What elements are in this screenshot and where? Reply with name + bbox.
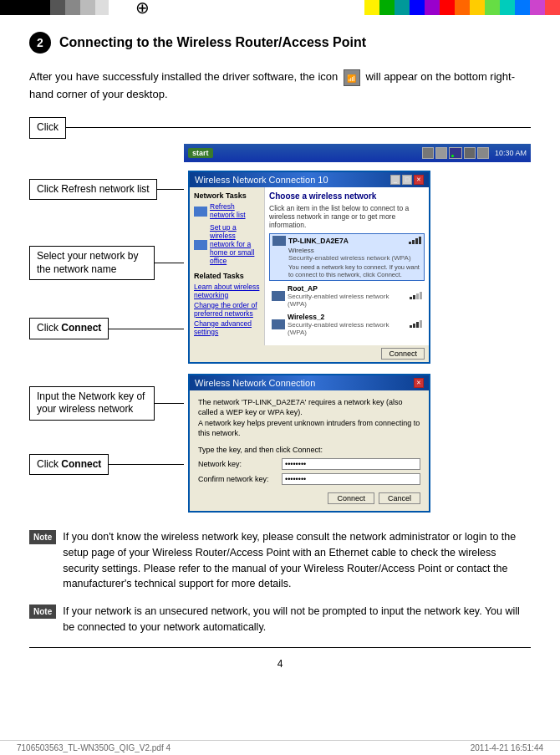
labels-column: Click Refresh network list Select your n… xyxy=(29,171,184,346)
page-content: 2 Connecting to the Wireless Router/Acce… xyxy=(0,15,560,686)
taskbar-network-icon[interactable] xyxy=(449,147,462,159)
network-security-2: Security-enabled wireless network (WPA) xyxy=(288,293,410,308)
note-text-1: If you don't know the wireless network k… xyxy=(63,529,531,592)
network-item-rootap-info: Root_AP Security-enabled wireless networ… xyxy=(288,284,410,308)
step-number: 2 xyxy=(29,32,51,54)
note-badge-2: Note xyxy=(29,605,56,619)
taskbar-time: 10:30 AM xyxy=(495,149,527,157)
taskbar-strip: start 10:30 AM xyxy=(184,144,531,162)
click-instruction-row: Click xyxy=(29,117,531,139)
setup-icon xyxy=(194,240,207,250)
network-name-rootap: Root_AP xyxy=(288,284,410,293)
setup-link[interactable]: Set up a wireless network for a home or … xyxy=(210,223,260,265)
intro-paragraph: After you have successfuly installed the… xyxy=(29,69,531,102)
taskbar-icon-1 xyxy=(422,147,434,159)
window-gap xyxy=(29,364,531,374)
key-section-layout: Input the Network key of your wireless n… xyxy=(29,374,531,513)
network-signal-icon-3 xyxy=(272,319,285,329)
refresh-label-box: Click Refresh network list xyxy=(29,179,157,201)
page-number: 4 xyxy=(29,658,531,670)
footer-left: 7106503563_TL-WN350G_QIG_V2.pdf 4 xyxy=(17,743,171,752)
select-network-connector xyxy=(155,263,184,263)
refresh-icon xyxy=(194,207,207,217)
change-order-link[interactable]: Change the order of preferred networks xyxy=(194,301,260,318)
network-window-body: Network Tasks Refresh network list Set u… xyxy=(190,187,429,345)
network-security-3: Security-enabled wireless network (WPA) xyxy=(288,321,410,336)
key-instruction: Type the key, and then click Connect: xyxy=(198,446,420,454)
network-item-tplink[interactable]: TP-LINK_DA2E7A Wireless Security-enabled… xyxy=(269,233,425,281)
network-name-wireless2: Wireless_2 xyxy=(288,313,410,321)
registration-mark: ⊕ xyxy=(127,0,157,15)
key-window-controls: ✕ xyxy=(414,378,424,388)
select-network-label-row: Select your network by the network name xyxy=(29,246,184,280)
maximize-btn[interactable]: □ xyxy=(402,175,412,185)
connect-btn-row-1: Connect xyxy=(190,345,429,362)
change-advanced-link[interactable]: Change advanced settings xyxy=(194,319,260,336)
key-window-column: Wireless Network Connection ✕ The networ… xyxy=(184,374,531,513)
signal-bars-2 xyxy=(410,292,422,299)
input-key-connector xyxy=(155,403,184,404)
bottom-bar: 7106503563_TL-WN350G_QIG_V2.pdf 4 2011-4… xyxy=(0,740,560,755)
section-heading: Connecting to the Wireless Router/Access… xyxy=(59,35,366,50)
network-connection-window: Wireless Network Connection 10 _ □ ✕ Net… xyxy=(188,171,430,364)
network-item-rootap[interactable]: Root_AP Security-enabled wireless networ… xyxy=(269,283,425,309)
page-divider xyxy=(29,647,531,648)
key-desc-1: The network 'TP-LINK_DA2E7A' requires a … xyxy=(198,397,420,439)
network-signal-icon-2 xyxy=(272,291,285,301)
related-tasks-section: Related Tasks Learn about wireless netwo… xyxy=(194,272,260,336)
refresh-connector xyxy=(157,189,184,190)
network-key-label: Network key: xyxy=(198,460,282,468)
window-controls: _ □ ✕ xyxy=(390,175,424,185)
click-connect-1-box: Click Connect xyxy=(29,318,109,339)
network-name-tplink: TP-LINK_DA2E7A xyxy=(288,237,349,245)
network-security-1: Security-enabled wireless network (WPA) xyxy=(288,254,421,262)
key-window: Wireless Network Connection ✕ The networ… xyxy=(188,374,430,513)
refresh-link-row: Refresh network list xyxy=(194,202,260,221)
main-layout: Click Refresh network list Select your n… xyxy=(29,171,531,364)
click-connect-2-box: Click Connect xyxy=(29,454,109,476)
screenshots-column: Wireless Network Connection 10 _ □ ✕ Net… xyxy=(184,171,531,364)
taskbar-icon-4 xyxy=(477,147,489,159)
learn-link[interactable]: Learn about wireless networking xyxy=(194,283,260,299)
click-connector-line xyxy=(66,127,531,128)
input-key-label-box: Input the Network key of your wireless n… xyxy=(29,386,155,421)
network-key-input[interactable] xyxy=(282,458,420,470)
top-color-bar: ⊕ xyxy=(0,0,560,15)
key-btn-row: Connect Cancel xyxy=(198,488,420,504)
confirm-key-row: Confirm network key: xyxy=(198,473,420,485)
spacer-before-notes xyxy=(29,513,531,529)
refresh-link[interactable]: Refresh network list xyxy=(210,202,260,219)
click-connect-2-row: Click Connect xyxy=(29,454,184,476)
input-key-label-row: Input the Network key of your wireless n… xyxy=(29,386,184,421)
click-connect-1-connector xyxy=(109,329,184,329)
setup-link-row: Set up a wireless network for a home or … xyxy=(194,223,260,267)
select-network-label-box: Select your network by the network name xyxy=(29,246,155,280)
start-button[interactable]: start xyxy=(188,148,213,158)
taskbar-icon-2 xyxy=(435,147,447,159)
footer-right: 2011-4-21 16:51:44 xyxy=(471,743,543,752)
connect-button-1[interactable]: Connect xyxy=(381,348,425,360)
network-signal-icon-1 xyxy=(272,236,286,246)
key-window-title: Wireless Network Connection ✕ xyxy=(190,375,429,390)
tray-icon-inline: 📶 xyxy=(344,69,360,86)
key-close-btn[interactable]: ✕ xyxy=(414,378,424,388)
network-sidebar: Network Tasks Refresh network list Set u… xyxy=(190,187,265,345)
taskbar-screenshot-area: start 10:30 AM xyxy=(29,144,531,162)
click-connect-2-connector xyxy=(109,464,184,465)
network-type-1: Wireless xyxy=(288,247,421,254)
close-btn[interactable]: ✕ xyxy=(414,175,424,185)
confirm-key-input[interactable] xyxy=(282,473,420,485)
click-label-box: Click xyxy=(29,117,66,139)
network-item-tplink-header: TP-LINK_DA2E7A xyxy=(272,236,421,246)
section-title: 2 Connecting to the Wireless Router/Acce… xyxy=(29,32,531,54)
note-text-2: If your network is an unsecured network,… xyxy=(63,604,531,635)
note-1: Note If you don't know the wireless netw… xyxy=(29,529,531,592)
note-2: Note If your network is an unsecured net… xyxy=(29,604,531,635)
network-item-wireless2-info: Wireless_2 Security-enabled wireless net… xyxy=(288,313,410,336)
minimize-btn[interactable]: _ xyxy=(390,175,400,185)
key-cancel-button[interactable]: Cancel xyxy=(379,492,420,504)
network-note-1: You need a network key to connect. If yo… xyxy=(288,263,421,278)
key-connect-button[interactable]: Connect xyxy=(328,492,374,504)
key-labels-column: Input the Network key of your wireless n… xyxy=(29,374,184,476)
network-item-wireless2[interactable]: Wireless_2 Security-enabled wireless net… xyxy=(269,311,425,338)
